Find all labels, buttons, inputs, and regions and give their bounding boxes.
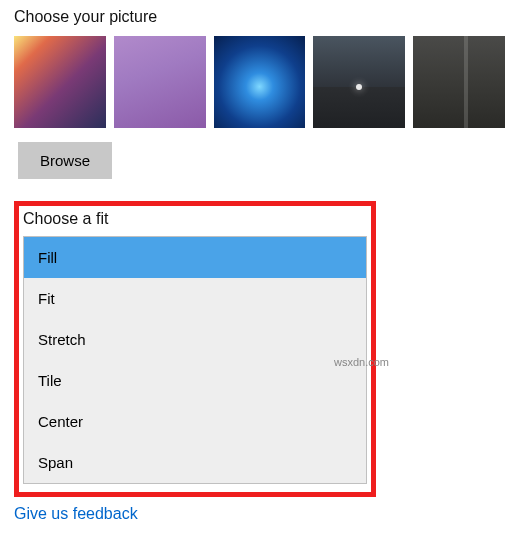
choose-fit-label: Choose a fit	[23, 210, 367, 228]
browse-button[interactable]: Browse	[18, 142, 112, 179]
picture-thumb-4[interactable]	[313, 36, 405, 128]
fit-option-span[interactable]: Span	[24, 442, 366, 483]
picture-thumbnails	[14, 36, 505, 128]
fit-option-center[interactable]: Center	[24, 401, 366, 442]
fit-dropdown[interactable]: Fill Fit Stretch Tile Center Span	[23, 236, 367, 484]
fit-option-stretch[interactable]: Stretch	[24, 319, 366, 360]
fit-option-fill[interactable]: Fill	[24, 237, 366, 278]
choose-picture-label: Choose your picture	[14, 8, 505, 26]
picture-thumb-5[interactable]	[413, 36, 505, 128]
fit-option-fit[interactable]: Fit	[24, 278, 366, 319]
picture-thumb-2[interactable]	[114, 36, 206, 128]
picture-thumb-1[interactable]	[14, 36, 106, 128]
watermark-text: wsxdn.com	[334, 356, 389, 368]
feedback-link[interactable]: Give us feedback	[14, 505, 138, 523]
fit-highlight-box: Choose a fit Fill Fit Stretch Tile Cente…	[14, 201, 376, 497]
picture-thumb-3[interactable]	[214, 36, 306, 128]
fit-option-tile[interactable]: Tile	[24, 360, 366, 401]
